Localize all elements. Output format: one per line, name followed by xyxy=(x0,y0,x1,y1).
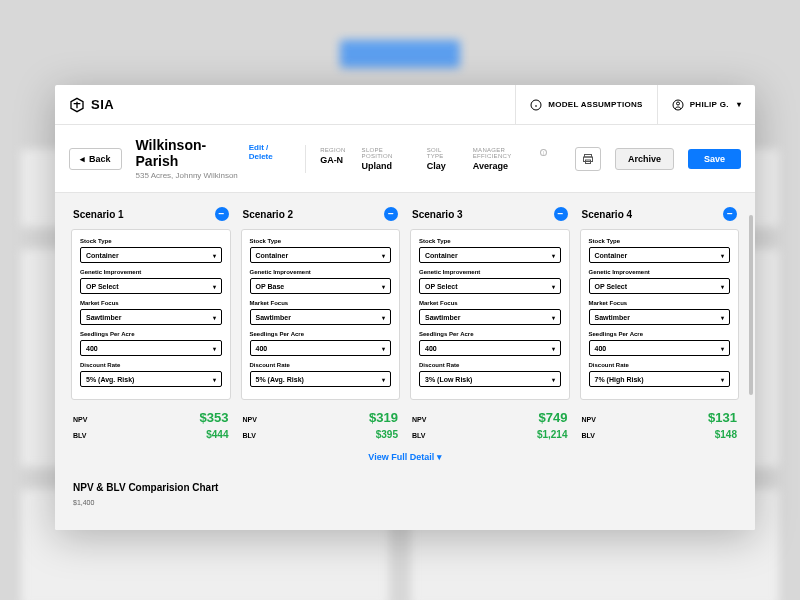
svg-point-7 xyxy=(676,102,679,105)
blv-label: BLV xyxy=(243,432,256,439)
market-focus-select[interactable]: Sawtimber▾ xyxy=(80,309,222,325)
scenario-modal: SIA MODEL ASSUMPTIONS PHILIP G. ▾ ◂ Back… xyxy=(55,85,755,530)
market-focus-select[interactable]: Sawtimber▾ xyxy=(250,309,392,325)
remove-scenario-icon[interactable]: − xyxy=(723,207,737,221)
npv-label: NPV xyxy=(243,416,257,423)
seedlings-select[interactable]: 400▾ xyxy=(250,340,392,356)
chart-title: NPV & BLV Comparision Chart xyxy=(73,482,739,493)
chevron-down-icon: ▾ xyxy=(552,345,555,352)
header: ◂ Back Wilkinson-Parish Edit / Delete 53… xyxy=(55,125,755,193)
print-icon xyxy=(582,153,594,165)
divider xyxy=(305,145,306,173)
chevron-down-icon: ▾ xyxy=(213,376,216,383)
discount-rate-select[interactable]: 5% (Avg. Risk)▾ xyxy=(250,371,392,387)
print-button[interactable] xyxy=(575,147,601,171)
npv-label: NPV xyxy=(412,416,426,423)
archive-button[interactable]: Archive xyxy=(615,148,674,170)
svg-rect-9 xyxy=(583,157,592,162)
user-menu[interactable]: PHILIP G. ▾ xyxy=(657,85,755,124)
remove-scenario-icon[interactable]: − xyxy=(554,207,568,221)
delete-link[interactable]: Delete xyxy=(249,152,273,161)
chevron-down-icon: ▾ xyxy=(213,314,216,321)
blv-value: $395 xyxy=(376,429,398,440)
chevron-down-icon: ▾ xyxy=(382,283,385,290)
remove-scenario-icon[interactable]: − xyxy=(384,207,398,221)
blv-value: $148 xyxy=(715,429,737,440)
npv-value: $319 xyxy=(369,410,398,425)
stock-type-select[interactable]: Container▾ xyxy=(589,247,731,263)
scenario-title: Scenario 1 xyxy=(73,209,124,220)
scenario-title: Scenario 3 xyxy=(412,209,463,220)
chevron-down-icon: ▾ xyxy=(552,283,555,290)
page-title: Wilkinson-Parish xyxy=(136,137,241,169)
chevron-down-icon: ▾ xyxy=(382,376,385,383)
brand: SIA xyxy=(55,97,515,113)
user-icon xyxy=(672,99,684,111)
genetic-improvement-select[interactable]: OP Select▾ xyxy=(589,278,731,294)
remove-scenario-icon[interactable]: − xyxy=(215,207,229,221)
chart-y-max: $1,400 xyxy=(73,499,739,506)
chevron-down-icon: ▾ xyxy=(721,376,724,383)
blv-label: BLV xyxy=(73,432,86,439)
stock-type-select[interactable]: Container▾ xyxy=(250,247,392,263)
chevron-down-icon: ▾ xyxy=(721,252,724,259)
genetic-improvement-select[interactable]: OP Select▾ xyxy=(419,278,561,294)
chevron-down-icon: ▾ xyxy=(552,314,555,321)
market-focus-select[interactable]: Sawtimber▾ xyxy=(589,309,731,325)
npv-value: $749 xyxy=(539,410,568,425)
market-focus-select[interactable]: Sawtimber▾ xyxy=(419,309,561,325)
blv-value: $444 xyxy=(206,429,228,440)
chevron-down-icon: ▾ xyxy=(382,314,385,321)
seedlings-select[interactable]: 400▾ xyxy=(419,340,561,356)
seedlings-select[interactable]: 400▾ xyxy=(80,340,222,356)
scenario-title: Scenario 2 xyxy=(243,209,294,220)
npv-label: NPV xyxy=(582,416,596,423)
chevron-down-icon: ▾ xyxy=(382,345,385,352)
discount-rate-select[interactable]: 7% (High Risk)▾ xyxy=(589,371,731,387)
chevron-left-icon: ◂ xyxy=(80,154,85,164)
chevron-down-icon: ▾ xyxy=(382,252,385,259)
npv-label: NPV xyxy=(73,416,87,423)
meta-block: REGIONGA-N SLOPE POSITIONUpland SOIL TYP… xyxy=(320,147,547,171)
genetic-improvement-select[interactable]: OP Base▾ xyxy=(250,278,392,294)
model-assumptions-button[interactable]: MODEL ASSUMPTIONS xyxy=(515,85,656,124)
back-button[interactable]: ◂ Back xyxy=(69,148,122,170)
brand-hex-icon xyxy=(69,97,85,113)
npv-value: $131 xyxy=(708,410,737,425)
scenario-card: Stock TypeContainer▾Genetic ImprovementO… xyxy=(71,229,231,400)
chevron-down-icon: ▾ xyxy=(213,283,216,290)
chevron-down-icon: ▾ xyxy=(213,252,216,259)
subtitle: 535 Acres, Johnny Wilkinson xyxy=(136,171,292,180)
brand-name: SIA xyxy=(91,97,114,112)
chevron-down-icon: ▾ xyxy=(721,314,724,321)
content-area: Scenario 1−Stock TypeContainer▾Genetic I… xyxy=(55,193,755,530)
topbar: SIA MODEL ASSUMPTIONS PHILIP G. ▾ xyxy=(55,85,755,125)
chevron-down-icon: ▾ xyxy=(737,100,741,109)
stock-type-select[interactable]: Container▾ xyxy=(419,247,561,263)
discount-rate-select[interactable]: 5% (Avg. Risk)▾ xyxy=(80,371,222,387)
info-icon[interactable]: i xyxy=(540,149,546,156)
scenario-title: Scenario 4 xyxy=(582,209,633,220)
scenario-card: Stock TypeContainer▾Genetic ImprovementO… xyxy=(241,229,401,400)
chevron-down-icon: ▾ xyxy=(213,345,216,352)
blv-value: $1,214 xyxy=(537,429,568,440)
discount-rate-select[interactable]: 3% (Low Risk)▾ xyxy=(419,371,561,387)
save-button[interactable]: Save xyxy=(688,149,741,169)
scenario-card: Stock TypeContainer▾Genetic ImprovementO… xyxy=(580,229,740,400)
info-icon xyxy=(530,99,542,111)
blv-label: BLV xyxy=(412,432,425,439)
chevron-down-icon: ▾ xyxy=(552,252,555,259)
seedlings-select[interactable]: 400▾ xyxy=(589,340,731,356)
blv-label: BLV xyxy=(582,432,595,439)
genetic-improvement-select[interactable]: OP Select▾ xyxy=(80,278,222,294)
edit-link[interactable]: Edit xyxy=(249,143,264,152)
chevron-down-icon: ▾ xyxy=(721,283,724,290)
chevron-down-icon: ▾ xyxy=(552,376,555,383)
view-full-detail-link[interactable]: View Full Detail ▾ xyxy=(71,452,739,462)
scenario-card: Stock TypeContainer▾Genetic ImprovementO… xyxy=(410,229,570,400)
chevron-down-icon: ▾ xyxy=(437,452,442,462)
scrollbar[interactable] xyxy=(749,215,753,395)
stock-type-select[interactable]: Container▾ xyxy=(80,247,222,263)
chevron-down-icon: ▾ xyxy=(721,345,724,352)
npv-value: $353 xyxy=(200,410,229,425)
